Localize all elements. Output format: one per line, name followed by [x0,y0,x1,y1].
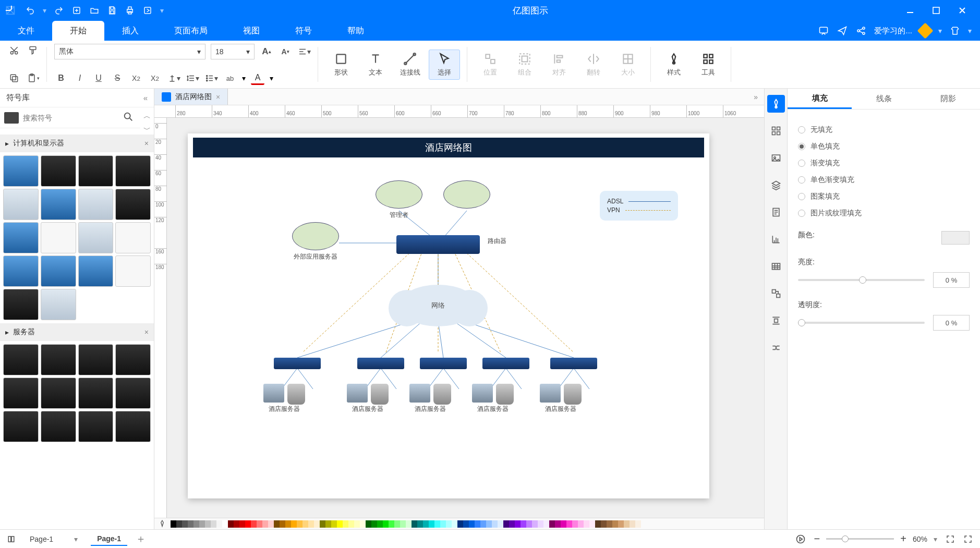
color-swatch[interactable] [503,520,509,528]
menu-page-layout[interactable]: 页面布局 [156,21,225,41]
shape-item[interactable] [115,222,151,253]
fill-option-solid[interactable]: 单色填充 [798,142,970,151]
send-icon[interactable] [837,25,848,36]
color-swatch[interactable] [584,520,589,528]
page-tab[interactable]: Page-1 [91,532,127,546]
shape-item[interactable] [115,344,151,375]
brightness-value[interactable]: 0 % [933,272,970,288]
shape-item[interactable] [78,155,114,187]
theme-icon[interactable] [949,25,961,36]
color-swatch[interactable] [417,520,423,528]
shape-item[interactable] [41,344,76,375]
color-swatch[interactable] [498,520,503,528]
dock-distribute-icon[interactable] [767,312,785,330]
shape-item[interactable] [3,344,39,375]
shape-item[interactable] [41,289,76,320]
fill-bucket-icon[interactable] [158,519,167,529]
paste-icon[interactable]: ▾ [26,71,40,85]
color-swatch[interactable] [331,520,337,528]
tab-line[interactable]: 线条 [852,89,916,109]
server-group-5[interactable]: 酒店服务器 [540,384,582,413]
color-swatch[interactable] [555,520,561,528]
shape-item[interactable] [41,255,76,287]
shape-item[interactable] [3,377,39,409]
node-switch-1[interactable] [274,358,321,369]
color-swatch[interactable] [285,520,291,528]
tab-shadow[interactable]: 阴影 [916,89,980,109]
color-swatch[interactable] [941,231,970,245]
zoom-label[interactable]: 60% [913,535,927,543]
brightness-slider[interactable] [798,279,925,281]
menu-home[interactable]: 开始 [52,21,104,41]
color-swatch[interactable] [630,520,635,528]
tools-button[interactable]: 工具 [693,50,724,79]
color-swatch[interactable] [526,520,532,528]
category-computers[interactable]: ▸ 计算机和显示器× [0,135,154,152]
color-swatch[interactable] [314,520,320,528]
color-swatch[interactable] [635,520,641,528]
font-size-combo[interactable]: 18▾ [211,44,255,59]
user-label[interactable]: 爱学习的... [874,26,912,36]
node-top-db[interactable] [443,180,490,211]
color-swatch[interactable] [239,520,245,528]
shape-item[interactable] [115,155,151,187]
color-swatch[interactable] [268,520,274,528]
shape-tool[interactable]: 形状 [325,50,357,79]
zoom-in-button[interactable]: + [900,533,906,545]
new-icon[interactable] [71,5,82,16]
shape-item[interactable] [78,344,114,375]
color-swatch[interactable] [532,520,538,528]
color-swatch[interactable] [320,520,325,528]
dock-fill-icon[interactable] [767,95,785,113]
color-swatch[interactable] [412,520,417,528]
nav-up-icon[interactable]: ︿ [143,112,151,121]
server-group-1[interactable]: 酒店服务器 [263,384,305,413]
style-button[interactable]: 样式 [658,50,689,79]
color-swatch[interactable] [492,520,498,528]
dock-chart-icon[interactable] [767,230,785,248]
color-swatch[interactable] [211,520,216,528]
close-icon[interactable]: × [144,139,149,148]
tab-fill[interactable]: 填充 [788,89,852,109]
print-icon[interactable] [125,5,135,16]
node-router[interactable] [396,235,480,254]
color-swatch[interactable] [308,520,314,528]
color-swatch[interactable] [245,520,251,528]
collapse-panel-icon[interactable]: « [143,93,148,102]
maximize-button[interactable] [931,5,941,16]
font-color-icon[interactable]: A [251,71,264,85]
increase-font-icon[interactable]: A▴ [260,45,273,58]
color-swatch[interactable] [400,520,406,528]
color-swatch[interactable] [624,520,630,528]
copy-icon[interactable] [7,71,21,85]
shape-item[interactable] [78,189,114,220]
color-swatch[interactable] [578,520,584,528]
add-page-button[interactable]: ＋ [136,532,146,546]
dock-layout-icon[interactable] [767,122,785,140]
color-swatch[interactable] [549,520,555,528]
dock-table-icon[interactable] [767,258,785,275]
shape-item[interactable] [3,222,39,253]
color-swatch[interactable] [589,520,595,528]
close-button[interactable] [957,5,967,16]
color-swatch[interactable] [452,520,457,528]
shape-item[interactable] [78,377,114,409]
color-swatch[interactable] [521,520,526,528]
text-spacing-icon[interactable]: ab [223,71,237,85]
shape-item[interactable] [41,189,76,220]
color-swatch[interactable] [274,520,280,528]
vip-icon[interactable] [919,25,931,36]
zoom-slider[interactable] [826,538,894,540]
page[interactable]: 酒店网络图 ADSL VPN 管理者 外部应用服务器 [188,133,709,498]
menu-insert[interactable]: 插入 [104,21,156,41]
shape-item[interactable] [3,155,39,187]
share-icon[interactable] [855,25,867,36]
color-swatch[interactable] [280,520,285,528]
fill-option-mono-gradient[interactable]: 单色渐变填充 [798,175,970,185]
color-swatch[interactable] [366,520,371,528]
color-swatch[interactable] [429,520,434,528]
menu-view[interactable]: 视图 [225,21,277,41]
fill-option-texture[interactable]: 图片或纹理填充 [798,209,970,218]
close-tab-icon[interactable]: × [216,93,220,101]
color-swatch[interactable] [303,520,308,528]
